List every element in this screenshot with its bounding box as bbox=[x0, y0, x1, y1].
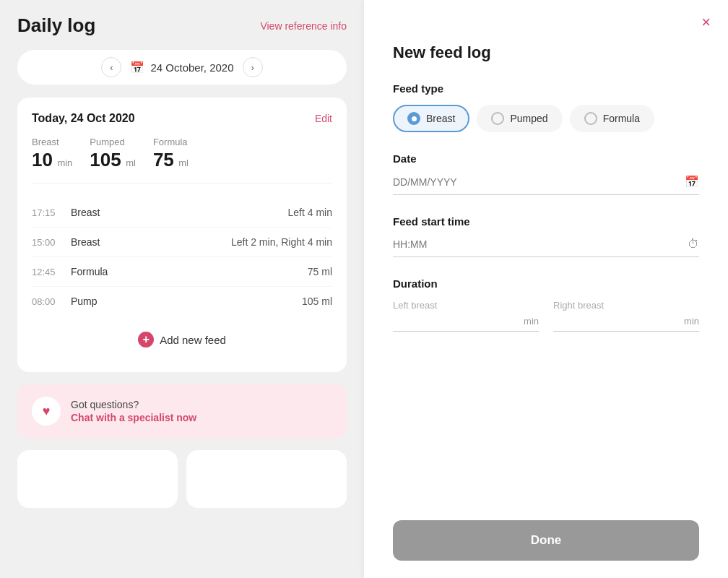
daily-card: Today, 24 Oct 2020 Edit Breast 10 min Pu… bbox=[17, 98, 347, 372]
feed-type-section: Feed type Breast Pumped Formula bbox=[393, 82, 699, 132]
time-input[interactable] bbox=[393, 238, 688, 250]
breast-value: 10 bbox=[32, 149, 53, 171]
feed-time: 15:00 bbox=[32, 237, 62, 248]
plus-icon: + bbox=[138, 332, 154, 348]
right-breast-field: Right breast min bbox=[553, 300, 699, 332]
calendar-icon: 📅 bbox=[685, 175, 699, 189]
duration-section: Duration Left breast min Right breast mi… bbox=[393, 277, 699, 332]
bottom-cards bbox=[17, 450, 347, 508]
summary-row: Breast 10 min Pumped 105 ml Formula 75 m… bbox=[32, 137, 332, 184]
time-section: Feed start time ⏱ bbox=[393, 215, 699, 257]
feed-detail: Left 2 min, Right 4 min bbox=[137, 236, 332, 248]
page-title: Daily log bbox=[17, 14, 95, 37]
left-breast-label: Left breast bbox=[393, 300, 539, 311]
feed-detail: 75 ml bbox=[137, 266, 332, 277]
formula-label: Formula bbox=[153, 137, 188, 147]
pumped-radio-dot bbox=[491, 112, 504, 125]
feed-type: Breast bbox=[71, 236, 129, 248]
date-input-row: 📅 bbox=[393, 175, 699, 195]
feed-type-label: Feed type bbox=[393, 82, 699, 95]
bottom-card-left bbox=[17, 450, 178, 508]
feed-type: Breast bbox=[71, 207, 129, 218]
formula-radio-option[interactable]: Formula bbox=[570, 105, 654, 132]
left-breast-field: Left breast min bbox=[393, 300, 539, 332]
pumped-radio-label: Pumped bbox=[510, 113, 547, 124]
prev-date-button[interactable]: ‹ bbox=[101, 57, 121, 77]
right-breast-unit: min bbox=[684, 316, 699, 327]
feed-time: 12:45 bbox=[32, 267, 62, 277]
feed-item: 12:45 Formula 75 ml bbox=[32, 257, 332, 287]
feed-item: 17:15 Breast Left 4 min bbox=[32, 198, 332, 228]
pumped-label: Pumped bbox=[90, 137, 136, 147]
right-panel: × New feed log Feed type Breast Pumped F… bbox=[364, 0, 728, 578]
date-input[interactable] bbox=[393, 176, 685, 188]
feed-time: 17:15 bbox=[32, 207, 62, 218]
date-section: Date 📅 bbox=[393, 152, 699, 195]
header: Daily log View reference info bbox=[17, 14, 347, 37]
feed-type-radio-group: Breast Pumped Formula bbox=[393, 105, 699, 132]
right-breast-input[interactable] bbox=[553, 315, 680, 327]
chat-specialist-link[interactable]: Chat with a specialist now bbox=[71, 412, 196, 423]
feed-item: 08:00 Pump 105 ml bbox=[32, 287, 332, 316]
duration-label: Duration bbox=[393, 277, 699, 290]
card-date: Today, 24 Oct 2020 bbox=[32, 112, 135, 125]
pumped-value: 105 bbox=[90, 149, 121, 171]
current-date: 24 October, 2020 bbox=[150, 61, 233, 74]
pumped-summary: Pumped 105 ml bbox=[90, 137, 136, 171]
edit-button[interactable]: Edit bbox=[315, 113, 332, 124]
formula-value: 75 bbox=[153, 149, 174, 171]
duration-row: Left breast min Right breast min bbox=[393, 300, 699, 332]
breast-radio-option[interactable]: Breast bbox=[393, 105, 469, 132]
left-breast-input[interactable] bbox=[393, 315, 519, 327]
date-navigator: ‹ 📅 24 October, 2020 › bbox=[17, 50, 347, 85]
feed-time: 08:00 bbox=[32, 296, 62, 307]
feed-item: 15:00 Breast Left 2 min, Right 4 min bbox=[32, 228, 332, 257]
formula-radio-dot bbox=[584, 112, 597, 125]
heart-icon: ♥ bbox=[32, 397, 61, 426]
view-reference-link[interactable]: View reference info bbox=[260, 20, 347, 32]
pumped-radio-option[interactable]: Pumped bbox=[477, 105, 562, 132]
bottom-card-right bbox=[186, 450, 347, 508]
breast-radio-label: Breast bbox=[426, 113, 455, 124]
next-date-button[interactable]: › bbox=[243, 57, 263, 77]
formula-summary: Formula 75 ml bbox=[153, 137, 188, 171]
left-panel: Daily log View reference info ‹ 📅 24 Oct… bbox=[0, 0, 364, 578]
add-feed-label: Add new feed bbox=[160, 334, 226, 346]
add-feed-button[interactable]: + Add new feed bbox=[32, 322, 332, 358]
breast-label: Breast bbox=[32, 137, 72, 147]
feed-list: 17:15 Breast Left 4 min 15:00 Breast Lef… bbox=[32, 198, 332, 316]
right-breast-label: Right breast bbox=[553, 300, 699, 311]
form-title: New feed log bbox=[393, 43, 699, 62]
time-label: Feed start time bbox=[393, 215, 699, 228]
feed-type: Formula bbox=[71, 266, 129, 277]
chat-card: ♥ Got questions? Chat with a specialist … bbox=[17, 384, 347, 439]
formula-radio-label: Formula bbox=[603, 113, 640, 124]
calendar-icon: 📅 bbox=[130, 61, 144, 74]
feed-type: Pump bbox=[71, 296, 129, 307]
pumped-unit: ml bbox=[126, 158, 136, 168]
formula-unit: ml bbox=[178, 158, 188, 168]
close-button[interactable]: × bbox=[701, 14, 711, 30]
chat-question: Got questions? bbox=[71, 399, 196, 410]
breast-radio-dot bbox=[407, 112, 420, 125]
done-button[interactable]: Done bbox=[393, 520, 699, 561]
date-label: Date bbox=[393, 152, 699, 165]
clock-icon: ⏱ bbox=[688, 238, 699, 251]
feed-detail: 105 ml bbox=[137, 296, 332, 307]
breast-unit: min bbox=[57, 158, 72, 168]
breast-summary: Breast 10 min bbox=[32, 137, 72, 171]
left-breast-unit: min bbox=[524, 316, 539, 327]
feed-detail: Left 4 min bbox=[137, 207, 332, 218]
time-input-row: ⏱ bbox=[393, 238, 699, 257]
